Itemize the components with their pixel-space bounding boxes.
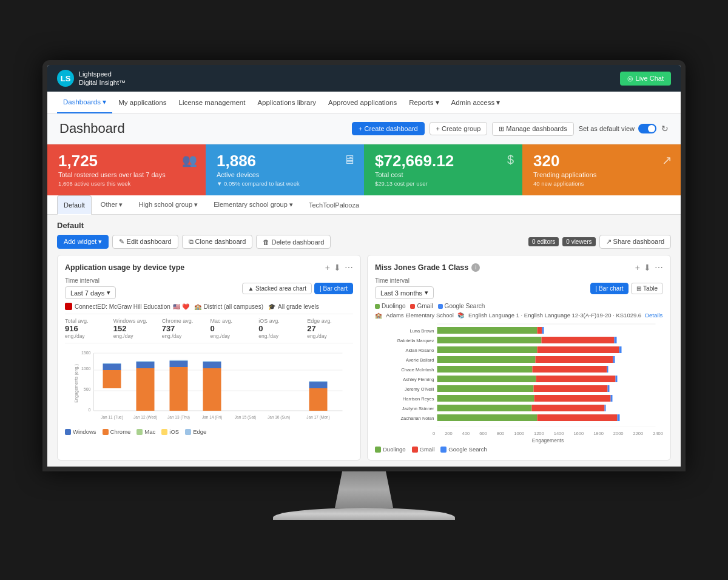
widget-more-icon[interactable]: ⋯ [345,263,353,272]
refresh-icon[interactable]: ↻ [661,124,669,133]
widget-add-icon[interactable]: + [325,263,330,272]
widget-download-icon[interactable]: ⬇ [334,263,341,272]
widget-right-add-icon[interactable]: + [635,263,640,272]
svg-text:0: 0 [89,408,91,412]
svg-text:Averie Ballard: Averie Ballard [406,357,434,363]
time-interval-select-right[interactable]: Last 3 months ▾ [375,286,434,299]
share-dashboard-button[interactable]: ↗ Share dashboard [599,235,671,249]
stacked-area-button[interactable]: ▲ Stacked area chart [242,283,312,294]
filter-campus: 🏫 District (all campuses) [194,303,263,310]
monitor-screen: LS Lightspeed Digital Insight™ ◎ Live Ch… [42,60,686,471]
widget-class: Miss Jones Grade 1 Class i + ⬇ ⋯ Time in… [367,255,671,460]
stat-edge: Edge avg. 27 eng./day [307,318,353,339]
details-link[interactable]: Details [645,312,662,319]
svg-text:Ashley Fleming: Ashley Fleming [403,377,434,382]
nav-reports[interactable]: Reports ▾ [403,92,445,113]
duolingo-dot [375,304,380,309]
stat-cost-icon: $ [507,153,514,167]
toggle-switch-control[interactable] [638,124,656,133]
live-chat-button[interactable]: ◎ Live Chat [620,72,671,86]
stat-card-users: 1,725 Total rostered users over last 7 d… [47,144,206,195]
stat-devices-label: Active devices [217,171,353,178]
time-interval-select-left[interactable]: Last 7 days ▾ [65,286,116,299]
x-axis-title: Engagements [375,437,663,443]
action-buttons-left: Add widget ▾ ✎ Edit dashboard ⧉ Clone da… [57,235,331,249]
nav-bar: Dashboards ▾ My applications License man… [47,92,681,113]
delete-dashboard-button[interactable]: 🗑 Delete dashboard [256,235,331,249]
legend-gmail-dot [412,447,418,453]
nav-license-management[interactable]: License management [172,92,251,113]
stat-card-trending: 320 Trending applications 40 new applica… [522,144,681,195]
svg-rect-52 [533,366,607,373]
legend-chrome-dot [103,429,109,435]
svg-text:Jan 14 (Fri): Jan 14 (Fri) [202,415,222,420]
add-widget-button[interactable]: Add widget ▾ [57,235,109,249]
header-actions: + Create dashboard + Create group ⊞ Mana… [352,122,669,136]
svg-text:Zachariah Nolan: Zachariah Nolan [400,416,434,421]
create-group-button[interactable]: + Create group [430,122,488,135]
svg-text:Harrison Reyes: Harrison Reyes [403,396,434,402]
svg-rect-21 [203,368,221,411]
table-button[interactable]: ⊞ Table [631,283,663,294]
legend-gmail: Gmail [412,446,435,453]
svg-rect-43 [437,346,538,353]
svg-rect-18 [170,361,188,367]
widget-right-header: Miss Jones Grade 1 Class i + ⬇ ⋯ [375,263,663,272]
svg-text:Gabriella Marquez: Gabriella Marquez [397,338,434,343]
bar-chart-button-right[interactable]: | Bar chart [590,283,629,294]
clone-dashboard-button[interactable]: ⧉ Clone dashboard [182,235,253,249]
svg-rect-45 [619,346,622,353]
app-dot [65,303,72,310]
stat-windows: Windows avg. 152 eng./day [113,318,160,339]
gmail-dot [410,304,415,309]
tab-default[interactable]: Default [57,195,92,215]
svg-rect-39 [437,337,542,343]
svg-rect-64 [534,395,611,402]
svg-rect-29 [309,381,328,382]
filter-grade: 🎓 All grade levels [268,303,319,310]
nav-my-applications[interactable]: My applications [112,92,172,113]
legend-google-search-dot [440,447,447,453]
svg-text:Jazlynn Skinner: Jazlynn Skinner [402,406,434,411]
page-title: Dashboard [59,121,125,137]
legend-ios: iOS [161,428,179,435]
legend-chrome: Chrome [103,428,131,435]
svg-text:Chace McIntosh: Chace McIntosh [401,367,434,373]
svg-text:Luna Brown: Luna Brown [410,328,434,334]
stat-card-cost: $72,669.12 Total cost $29.13 cost per us… [364,144,522,195]
logo-area: LS Lightspeed Digital Insight™ [57,70,126,87]
stat-trending-label: Trending applications [533,171,670,178]
svg-rect-71 [437,414,538,421]
filter-app: ConnectED: McGraw Hill Education 🇺🇸 ❤️ [65,303,189,310]
bar-chart-button-left[interactable]: | Bar chart [314,283,353,294]
svg-rect-36 [538,327,542,334]
svg-text:1500: 1500 [81,351,91,355]
svg-rect-72 [538,414,618,421]
top-bar: LS Lightspeed Digital Insight™ ◎ Live Ch… [47,65,681,92]
svg-rect-23 [203,361,221,362]
stat-users-icon: 👥 [182,153,197,167]
logo-text: Lightspeed Digital Insight™ [79,70,126,87]
nav-dashboards[interactable]: Dashboards ▾ [57,92,112,113]
stat-devices-number: 1,886 [217,153,353,169]
svg-rect-41 [615,337,617,343]
manage-dashboards-button[interactable]: ⊞ Manage dashboards [492,122,573,136]
tab-techpalooza[interactable]: TechToolPalooza [302,195,366,215]
set-default-toggle[interactable]: Set as default view [579,124,656,133]
monitor-stand-base [273,508,455,520]
widget-right-more-icon[interactable]: ⋯ [655,263,663,272]
svg-text:1000: 1000 [81,366,91,371]
widget-right-title: Miss Jones Grade 1 Class [375,263,468,272]
tab-other[interactable]: Other ▾ [94,195,130,215]
nav-approved-applications[interactable]: Approved applications [322,92,403,113]
tab-elementary[interactable]: Elementary school group ▾ [207,195,300,215]
create-dashboard-button[interactable]: + Create dashboard [352,122,425,135]
nav-applications-library[interactable]: Applications library [251,92,322,113]
chart-legend-right: Duolingo Gmail Google Search [375,446,663,453]
tab-high-school[interactable]: High school group ▾ [132,195,204,215]
edit-dashboard-button[interactable]: ✎ Edit dashboard [112,235,178,249]
svg-rect-55 [437,376,536,382]
svg-text:Jeremy O'Neill: Jeremy O'Neill [405,386,434,392]
widget-right-download-icon[interactable]: ⬇ [644,263,651,272]
nav-admin-access[interactable]: Admin access ▾ [445,92,507,113]
